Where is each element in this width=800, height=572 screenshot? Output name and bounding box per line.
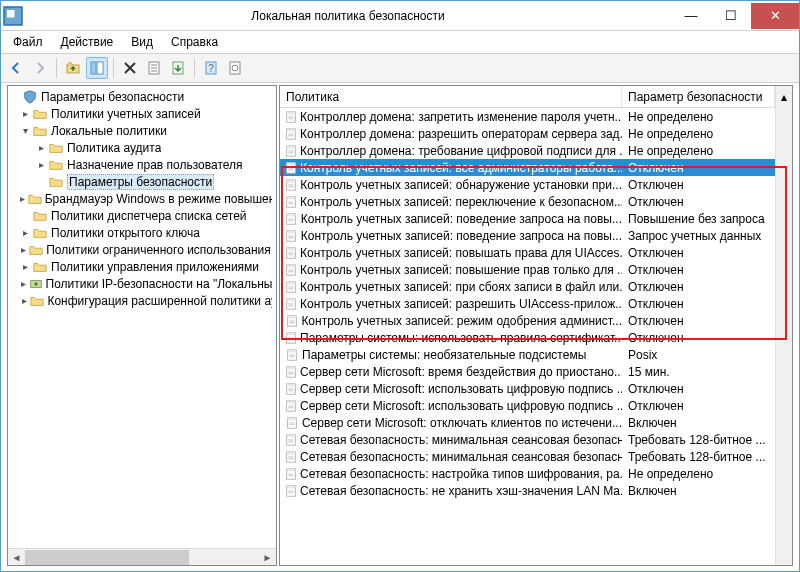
tree-node[interactable]: ▸Политика аудита [8,139,276,156]
policy-row[interactable]: Сетевая безопасность: не хранить хэш-зна… [280,482,775,499]
tree-node[interactable]: ▸Политики управления приложениями [8,258,276,275]
minimize-button[interactable]: — [671,3,711,29]
svg-rect-25 [287,145,296,148]
expand-icon[interactable]: ▸ [18,244,29,255]
list-vscrollbar[interactable] [775,108,792,565]
tree-node[interactable]: ▸Назначение прав пользователя [8,156,276,173]
list-body[interactable]: Контроллер домена: запретить изменение п… [280,108,775,565]
policy-value: Требовать 128-битное ... [628,433,766,447]
policy-row[interactable]: Контроль учетных записей: поведение запр… [280,210,775,227]
delete-icon[interactable] [119,57,141,79]
folder-icon [28,191,42,207]
tree-node[interactable]: ▸Конфигурация расширенной политики аудит… [8,292,276,309]
policy-icon [284,313,299,329]
policy-row[interactable]: Сетевая безопасность: настройка типов ши… [280,465,775,482]
policy-row[interactable]: Контроль учетных записей: режим одобрени… [280,312,775,329]
vscroll-top[interactable]: ▴ [775,86,792,108]
svg-rect-89 [288,417,297,420]
export-list-icon[interactable] [167,57,189,79]
policy-icon [284,211,299,227]
policy-row[interactable]: Контроллер домена: разрешить операторам … [280,125,775,142]
expand-icon[interactable]: ▾ [18,125,32,136]
policy-name: Контроллер домена: разрешить операторам … [300,127,622,141]
policy-row[interactable]: Сервер сети Microsoft: отключать клиенто… [280,414,775,431]
policy-row[interactable]: Сервер сети Microsoft: использовать цифр… [280,380,775,397]
close-button[interactable]: ✕ [751,3,799,29]
properties-icon[interactable] [143,57,165,79]
policy-row[interactable]: Контроль учетных записей: разрешить UIAc… [280,295,775,312]
policy-row[interactable]: Сетевая безопасность: минимальная сеансо… [280,448,775,465]
policy-row[interactable]: Контроллер домена: запретить изменение п… [280,108,775,125]
policy-name: Сетевая безопасность: минимальная сеансо… [300,450,622,464]
policy-name: Контроль учетных записей: повышать права… [300,246,622,260]
policy-name: Контроль учетных записей: при сбоях запи… [300,280,622,294]
tree-hscrollbar[interactable]: ◄ ► [8,548,276,565]
policy-icon [284,347,300,363]
policy-value: Включен [628,416,677,430]
scroll-left-icon[interactable]: ◄ [8,550,25,565]
tree-node[interactable]: Политики диспетчера списка сетей [8,207,276,224]
tree-body[interactable]: Параметры безопасности▸Политики учетных … [8,86,276,548]
back-button[interactable] [5,57,27,79]
tree-node[interactable]: ▸Политики ограниченного использования пр… [8,241,276,258]
expand-icon[interactable]: ▸ [18,261,32,272]
menu-view[interactable]: Вид [123,33,161,51]
tree-node[interactable]: ▸Политики открытого ключа [8,224,276,241]
expand-icon[interactable]: ▸ [18,227,32,238]
policy-row[interactable]: Контроль учетных записей: обнаружение ус… [280,176,775,193]
policy-row[interactable]: Контроль учетных записей: повышать права… [280,244,775,261]
policy-row[interactable]: Контроль учетных записей: поведение запр… [280,227,775,244]
tree-root[interactable]: Параметры безопасности [8,88,276,105]
menu-action[interactable]: Действие [53,33,122,51]
policy-value: Отключен [628,314,684,328]
policy-row[interactable]: Параметры системы: необязательные подсис… [280,346,775,363]
folder-icon [29,242,43,258]
menu-help[interactable]: Справка [163,33,226,51]
policy-row[interactable]: Сервер сети Microsoft: использовать цифр… [280,397,775,414]
expand-icon[interactable]: ▸ [34,159,48,170]
policy-icon [284,160,298,176]
refresh-icon[interactable] [224,57,246,79]
show-hide-tree-icon[interactable] [86,57,108,79]
policy-value: Отключен [628,263,684,277]
expand-icon[interactable]: ▸ [18,295,30,306]
policy-name: Контроль учетных записей: повышение прав… [300,263,622,277]
svg-rect-53 [287,264,296,267]
column-policy[interactable]: Политика [280,86,622,107]
policy-name: Контроллер домена: запретить изменение п… [300,110,622,124]
menu-file[interactable]: Файл [5,33,51,51]
tree-node-label: Политики открытого ключа [51,226,200,240]
policy-row[interactable]: Сетевая безопасность: минимальная сеансо… [280,431,775,448]
scroll-right-icon[interactable]: ► [259,550,276,565]
policy-row[interactable]: Контроль учетных записей: повышение прав… [280,261,775,278]
policy-row[interactable]: Контроль учетных записей: при сбоях запи… [280,278,775,295]
svg-rect-4 [97,62,103,74]
expand-icon[interactable]: ▸ [18,108,32,119]
svg-rect-57 [287,281,296,284]
column-security[interactable]: Параметр безопасности [622,86,775,107]
svg-rect-3 [91,62,96,74]
forward-button[interactable] [29,57,51,79]
policy-icon [284,245,298,261]
tree-node[interactable]: Параметры безопасности [8,173,276,190]
tree-node[interactable]: ▸Брандмауэр Windows в режиме повышенной … [8,190,276,207]
policy-row[interactable]: Контроллер домена: требование цифровой п… [280,142,775,159]
tree-node-label: Конфигурация расширенной политики аудита [47,294,272,308]
expand-icon[interactable]: ▸ [18,193,28,204]
policy-row[interactable]: Параметры системы: использовать правила … [280,329,775,346]
up-folder-icon[interactable] [62,57,84,79]
policy-icon [284,177,298,193]
folder-icon [32,123,48,139]
help-icon[interactable]: ? [200,57,222,79]
tree-node[interactable]: ▸Политики учетных записей [8,105,276,122]
policy-row[interactable]: Контроль учетных записей: переключение к… [280,193,775,210]
tree-node[interactable]: ▾Локальные политики [8,122,276,139]
policy-name: Контроль учетных записей: режим одобрени… [301,314,622,328]
policy-name: Параметры системы: необязательные подсис… [302,348,586,362]
maximize-button[interactable]: ☐ [711,3,751,29]
expand-icon[interactable]: ▸ [18,278,29,289]
expand-icon[interactable]: ▸ [34,142,48,153]
tree-node[interactable]: ▸Политики IP-безопасности на "Локальный … [8,275,276,292]
policy-row[interactable]: Контроль учетных записей: все администра… [280,159,775,176]
policy-row[interactable]: Сервер сети Microsoft: время бездействия… [280,363,775,380]
